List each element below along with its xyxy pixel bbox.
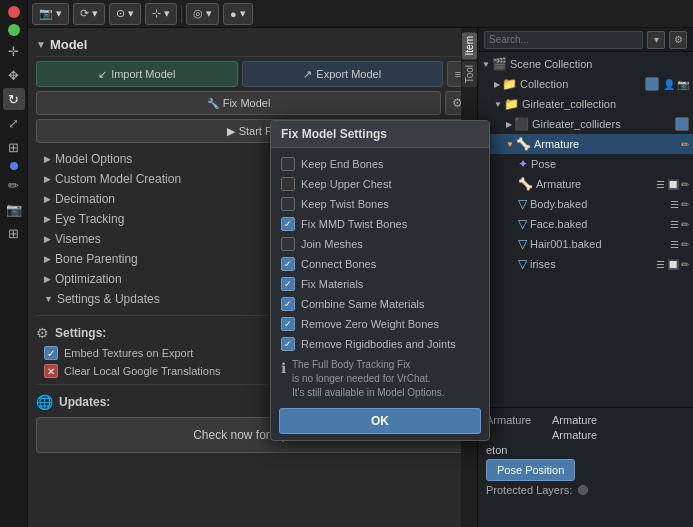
import-export-row: Import Model Export Model ≡: [36, 61, 469, 87]
import-label: Import Model: [111, 68, 175, 80]
popup-info-text: The Full Body Tracking Fixis no longer n…: [292, 358, 445, 400]
prop-armature-label2: Armature: [552, 414, 685, 426]
remove-zero-weight-checkbox[interactable]: [281, 317, 295, 331]
colliders-icon: ⬛: [514, 117, 529, 131]
colliders-row-icons: [673, 117, 689, 131]
popup-row-keep-upper-chest: Keep Upper Chest: [279, 174, 481, 194]
popup-row-remove-zero-weight: Remove Zero Weight Bones: [279, 314, 481, 334]
popup-row-connect-bones: Connect Bones: [279, 254, 481, 274]
protected-layers-label: Protected Layers:: [486, 484, 572, 496]
tree-item-girleater-collection[interactable]: ▼ 📁 Girleater_collection: [478, 94, 693, 114]
armature-data-label: Armature: [536, 178, 656, 190]
irises-icon: ▽: [518, 257, 527, 271]
fix-model-button[interactable]: Fix Model: [36, 91, 441, 115]
outliner-header: ▾ ⚙: [478, 28, 693, 52]
toolbar-transform-icon[interactable]: ⊞: [3, 136, 25, 158]
pose-position-button[interactable]: Pose Position: [486, 459, 575, 481]
pose-position-label: Pose Position: [497, 464, 564, 476]
tree-item-body-baked[interactable]: ▽ Body.baked ☰ ✏: [478, 194, 693, 214]
view-mode-button[interactable]: 📷 ▾: [32, 3, 69, 25]
prop-armature-row: Armature Armature: [486, 414, 685, 426]
connect-bones-checkbox[interactable]: [281, 257, 295, 271]
face-baked-extra-icon: ☰: [670, 219, 679, 230]
combine-same-checkbox[interactable]: [281, 297, 295, 311]
model-title: Model: [50, 37, 461, 52]
triright-icon4: [44, 214, 51, 224]
clear-translations-checkbox[interactable]: ✕: [44, 364, 58, 378]
scene-collection-label: Scene Collection: [510, 58, 689, 70]
triright-icon3: [44, 194, 51, 204]
tree-item-hair001-baked[interactable]: ▽ Hair001.baked ☰ ✏: [478, 234, 693, 254]
updates-globe-icon: 🌐: [36, 394, 53, 410]
tree-item-girleater-colliders[interactable]: ▶ ⬛ Girleater_colliders: [478, 114, 693, 134]
colliders-cb[interactable]: [675, 117, 689, 131]
remove-rigid-checkbox[interactable]: [281, 337, 295, 351]
prop-skeleton-row: eton: [486, 444, 685, 456]
armature-data-icons: ☰ 🔲 ✏: [656, 179, 689, 190]
import-model-button[interactable]: Import Model: [36, 61, 238, 87]
snap-button[interactable]: ⊹▾: [145, 3, 177, 25]
collection-vis-checkbox[interactable]: [645, 77, 659, 91]
view-mode-label: ▾: [56, 7, 62, 20]
pivot-button[interactable]: ⊙▾: [109, 3, 141, 25]
tree-item-face-baked[interactable]: ▽ Face.baked ☰ ✏: [478, 214, 693, 234]
body-baked-label: Body.baked: [530, 198, 670, 210]
toolbar-camera-icon[interactable]: 📷: [3, 198, 25, 220]
tree-item-pose[interactable]: ✦ Pose: [478, 154, 693, 174]
keep-upper-chest-checkbox[interactable]: [281, 177, 295, 191]
popup-row-keep-end-bones: Keep End Bones: [279, 154, 481, 174]
popup-row-fix-mmd: Fix MMD Twist Bones: [279, 214, 481, 234]
tree-item-collection[interactable]: ▶ 📁 Collection 👤 📷: [478, 74, 693, 94]
dot-green: [8, 24, 20, 36]
toolbar-grid-icon[interactable]: ⊞: [3, 222, 25, 244]
prop-skeleton-value: eton: [486, 444, 685, 456]
transform-button[interactable]: ⟳▾: [73, 3, 105, 25]
armature-tri-icon: ▼: [506, 140, 514, 149]
embed-textures-checkbox[interactable]: ✓: [44, 346, 58, 360]
overlay-button[interactable]: ◎▾: [186, 3, 219, 25]
tree-item-armature-data[interactable]: 🦴 Armature ☰ 🔲 ✏: [478, 174, 693, 194]
section-optimization-label: Optimization: [55, 272, 122, 286]
tree-item-scene-collection[interactable]: ▼ 🎬 Scene Collection: [478, 54, 693, 74]
tree-item-armature[interactable]: ▼ 🦴 Armature ✏: [478, 134, 693, 154]
join-meshes-checkbox[interactable]: [281, 237, 295, 251]
embed-textures-label: Embed Textures on Export: [64, 347, 193, 359]
fix-materials-checkbox[interactable]: [281, 277, 295, 291]
hair001-extra2-icon: ✏: [681, 239, 689, 250]
toolbar-scale-icon[interactable]: ⤢: [3, 112, 25, 134]
outliner-filter-button[interactable]: ▾: [647, 31, 665, 49]
tab-item[interactable]: Item: [462, 32, 477, 59]
keep-twist-bones-checkbox[interactable]: [281, 197, 295, 211]
toolbar-annotate-icon[interactable]: ✏: [3, 174, 25, 196]
popup-row-remove-rigid: Remove Rigidbodies and Joints: [279, 334, 481, 354]
tab-tool[interactable]: Tool: [462, 61, 477, 87]
left-toolbar: ✛ ✥ ↻ ⤢ ⊞ ✏ 📷 ⊞: [0, 0, 28, 527]
popup-title: Fix Model Settings: [281, 127, 387, 141]
viewport-shade-button[interactable]: ●▾: [223, 3, 253, 25]
remove-rigid-label: Remove Rigidbodies and Joints: [301, 338, 456, 350]
layer-dot-1: [578, 485, 588, 495]
face-baked-extra2-icon: ✏: [681, 219, 689, 230]
irises-icons: ☰ 🔲 ✏: [656, 259, 689, 270]
prop-armature-name-row: Armature: [486, 429, 685, 441]
outliner-search-input[interactable]: [484, 31, 643, 49]
collection-row-icons: 👤 📷: [643, 77, 689, 91]
keep-end-bones-checkbox[interactable]: [281, 157, 295, 171]
face-baked-icons: ☰ ✏: [670, 219, 689, 230]
settings-label: Settings:: [55, 326, 106, 340]
armature-data-icon: 🦴: [518, 177, 533, 191]
scene-icon: 🎬: [492, 57, 507, 71]
tree-item-irises[interactable]: ▽ irises ☰ 🔲 ✏: [478, 254, 693, 274]
toolbar-rotate-icon[interactable]: ↻: [3, 88, 25, 110]
outliner-settings-button[interactable]: ⚙: [669, 31, 687, 49]
export-model-button[interactable]: Export Model: [242, 61, 444, 87]
face-baked-icon: ▽: [518, 217, 527, 231]
face-baked-label: Face.baked: [530, 218, 670, 230]
settings-gear-icon: ⚙: [36, 325, 49, 341]
fix-mmd-checkbox[interactable]: [281, 217, 295, 231]
keep-upper-chest-label: Keep Upper Chest: [301, 178, 392, 190]
toolbar-move-icon[interactable]: ✥: [3, 64, 25, 86]
toolbar-cursor-icon[interactable]: ✛: [3, 40, 25, 62]
hair001-baked-label: Hair001.baked: [530, 238, 670, 250]
popup-ok-button[interactable]: OK: [279, 408, 481, 434]
